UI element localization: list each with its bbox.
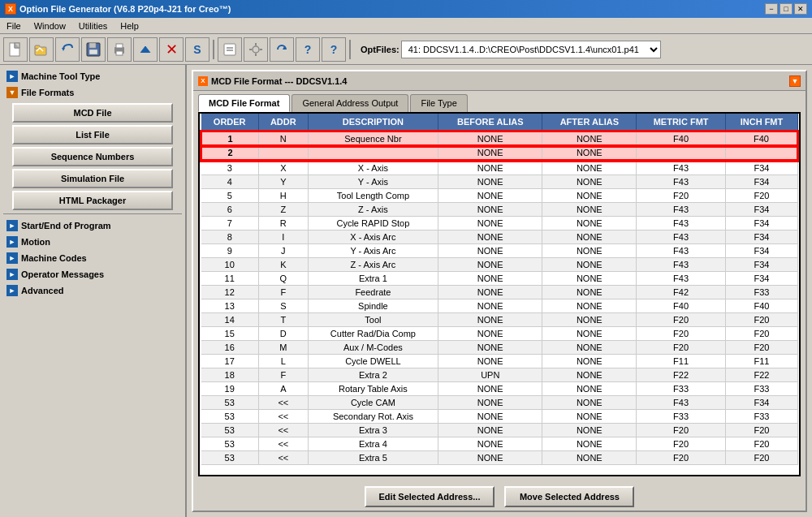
col-metric-fmt: METRIC FMT (637, 114, 726, 131)
table-cell: NONE (542, 299, 637, 313)
table-cell: Feedrate (308, 286, 438, 299)
save-button[interactable] (81, 37, 106, 62)
new-button[interactable] (3, 37, 28, 62)
table-cell: F43 (637, 161, 726, 175)
table-row[interactable]: 53<<Extra 5NONENONEF20F20 (201, 451, 798, 465)
table-cell: 12 (201, 286, 259, 299)
html-packager-button[interactable]: HTML Packager (12, 191, 173, 210)
sidebar-item-file-formats[interactable]: ▼ File Formats (3, 84, 182, 101)
table-cell: F34 (725, 258, 797, 272)
tab-mcd-file-format[interactable]: MCD File Format (198, 94, 290, 112)
table-cell: F33 (637, 382, 726, 396)
table-cell: NONE (438, 299, 542, 313)
table-row[interactable]: 10KZ - Axis ArcNONENONEF43F34 (201, 258, 798, 272)
table-cell: Cutter Rad/Dia Comp (308, 327, 438, 341)
list-file-button[interactable]: List File (12, 125, 173, 144)
table-row[interactable]: 3XX - AxisNONENONEF43F34 (201, 161, 798, 175)
table-cell: L (258, 355, 308, 368)
table-cell: NONE (542, 203, 637, 217)
table-row[interactable]: 7RCycle RAPID StopNONENONEF43F34 (201, 217, 798, 230)
close-button[interactable]: ✕ (794, 3, 807, 15)
table-row[interactable]: 11QExtra 1NONENONEF43F34 (201, 272, 798, 286)
svg-rect-5 (89, 43, 96, 48)
address-table: ORDER ADDR DESCRIPTION BEFORE ALIAS AFTE… (200, 114, 799, 465)
table-cell: NONE (542, 451, 637, 465)
table-row[interactable]: 53<<Extra 3NONENONEF20F20 (201, 424, 798, 437)
optfiles-select[interactable]: 41: DDCSV1.1.4..D:\CREO\Post\DDCSV1.1.4\… (401, 41, 661, 58)
table-cell: F11 (725, 355, 797, 368)
sidebar-item-advanced[interactable]: ► Advanced (3, 282, 182, 299)
table-cell: << (258, 424, 308, 437)
table-row[interactable]: 19ARotary Table AxisNONENONEF33F33 (201, 382, 798, 396)
table-row[interactable]: 9JY - Axis ArcNONENONEF43F34 (201, 244, 798, 258)
open-button[interactable] (29, 37, 54, 62)
maximize-button[interactable]: □ (780, 3, 793, 15)
table-cell: F43 (637, 217, 726, 230)
table-cell: NONE (438, 355, 542, 368)
table-cell: 14 (201, 313, 259, 327)
help-button[interactable]: ? (322, 37, 346, 62)
minimize-button[interactable]: − (765, 3, 778, 15)
table-cell: Z - Axis Arc (308, 258, 438, 272)
table-cell: << (258, 410, 308, 424)
table-row[interactable]: 17LCycle DWELLNONENONEF11F11 (201, 355, 798, 368)
table-row[interactable]: 5HTool Length CompNONENONEF20F20 (201, 189, 798, 203)
up-button[interactable] (133, 37, 158, 62)
table-cell: F43 (637, 396, 726, 410)
table-cell: F34 (725, 175, 797, 189)
table-cell: Z - Axis (308, 203, 438, 217)
tools-button[interactable] (244, 37, 268, 62)
table-cell: NONE (542, 424, 637, 437)
table-cell: 53 (201, 396, 259, 410)
table-row[interactable]: 14TToolNONENONEF20F20 (201, 313, 798, 327)
move-selected-address-button[interactable]: Move Selected Address (504, 486, 634, 507)
table-row[interactable]: 8IX - Axis ArcNONENONEF43F34 (201, 230, 798, 244)
table-row[interactable]: 53<<Cycle CAMNONENONEF43F34 (201, 396, 798, 410)
sidebar-item-machine-codes[interactable]: ► Machine Codes (3, 250, 182, 266)
delete-button[interactable]: ✕ (159, 37, 184, 62)
menu-help[interactable]: Help (117, 20, 142, 32)
menu-utilities[interactable]: Utilities (76, 20, 110, 32)
table-cell: F34 (725, 396, 797, 410)
edit-selected-address-button[interactable]: Edit Selected Address... (365, 486, 495, 507)
table-row[interactable]: 53<<Secondary Rot. AxisNONENONEF33F33 (201, 410, 798, 424)
table-row[interactable]: 2NONENONE (201, 146, 798, 161)
sidebar-item-start-end[interactable]: ► Start/End of Program (3, 218, 182, 234)
question-button[interactable]: ? (296, 37, 320, 62)
mcd-file-button[interactable]: MCD File (12, 103, 173, 123)
simulation-file-button[interactable]: Simulation File (12, 169, 173, 188)
edit-btn[interactable] (218, 37, 242, 62)
table-cell: Cycle CAM (308, 396, 438, 410)
table-row[interactable]: 1NSequence NbrNONENONEF40F40 (201, 131, 798, 146)
menu-window[interactable]: Window (31, 20, 69, 32)
refresh-button[interactable] (270, 37, 294, 62)
right-panel: X MCD File Format --- DDCSV1.1.4 ▼ MCD F… (187, 65, 812, 517)
table-row[interactable]: 15DCutter Rad/Dia CompNONENONEF20F20 (201, 327, 798, 341)
undo-button[interactable] (55, 37, 80, 62)
window-controls[interactable]: − □ ✕ (765, 3, 807, 15)
tab-file-type[interactable]: File Type (410, 94, 467, 112)
table-area[interactable]: ORDER ADDR DESCRIPTION BEFORE ALIAS AFTE… (198, 112, 801, 476)
svg-point-13 (253, 46, 259, 53)
table-row[interactable]: 4YY - AxisNONENONEF43F34 (201, 175, 798, 189)
sequence-numbers-button[interactable]: Sequence Numbers (12, 147, 173, 166)
svg-rect-10 (224, 44, 235, 55)
inner-close-button[interactable]: ▼ (789, 75, 801, 87)
table-cell: X - Axis (308, 161, 438, 175)
table-cell: Secondary Rot. Axis (308, 410, 438, 424)
table-row[interactable]: 18FExtra 2UPNNONEF22F22 (201, 368, 798, 382)
sidebar-item-motion[interactable]: ► Motion (3, 234, 182, 250)
svg-rect-6 (89, 50, 97, 54)
sidebar-item-operator-messages[interactable]: ► Operator Messages (3, 266, 182, 282)
table-row[interactable]: 13SSpindleNONENONEF40F40 (201, 299, 798, 313)
tab-general-address-output[interactable]: General Address Output (292, 94, 408, 112)
table-row[interactable]: 53<<Extra 4NONENONEF20F20 (201, 437, 798, 451)
table-row[interactable]: 16MAux / M-CodesNONENONEF20F20 (201, 341, 798, 355)
s-button[interactable]: S (185, 37, 209, 62)
print-button[interactable] (107, 37, 132, 62)
table-row[interactable]: 12FFeedrateNONENONEF42F33 (201, 286, 798, 299)
sidebar-label-machine-codes: Machine Codes (21, 253, 87, 263)
menu-file[interactable]: File (3, 20, 24, 32)
sidebar-item-machine-tool-type[interactable]: ► Machine Tool Type (3, 68, 182, 84)
table-row[interactable]: 6ZZ - AxisNONENONEF43F34 (201, 203, 798, 217)
